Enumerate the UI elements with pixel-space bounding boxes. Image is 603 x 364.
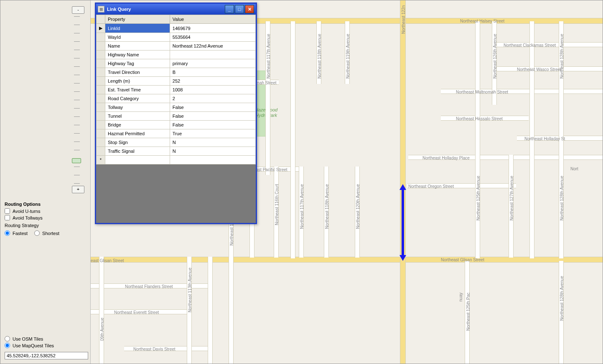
grid-new-row[interactable]: * [97,156,256,164]
fastest-radio[interactable] [5,230,10,236]
cell-value[interactable]: primary [170,59,255,68]
strategy-label: Routing Strategy [5,223,86,228]
cell-value[interactable]: Northeast 122nd Avenue [170,42,255,51]
zoom-handle[interactable] [72,158,81,163]
cell-property[interactable]: LinkId [105,24,170,33]
cell-property[interactable]: Highway Tag [105,59,170,68]
row-indicator [97,103,105,112]
avoid-tollways-option[interactable]: Avoid Tollways [5,215,86,220]
grid-row[interactable]: NameNortheast 122nd Avenue [97,42,256,51]
street-label: Northeast 118th Avenue [325,184,329,229]
street-label: Northeast 128th Avenue [560,276,564,321]
coordinates-input[interactable] [5,352,88,359]
grid-row[interactable]: TunnelFalse [97,112,256,121]
grid-row[interactable]: BridgeFalse [97,121,256,129]
cell-value[interactable]: True [170,129,255,138]
column-value[interactable]: Value [170,15,255,24]
zoom-in-button[interactable]: + [72,186,84,193]
grid-row[interactable]: Est. Travel Time1008 [97,86,256,94]
cell-property[interactable]: Tollway [105,103,170,112]
street-label: Northeast Everett Street [114,310,159,315]
cell-value[interactable]: 1469679 [170,24,255,33]
road [475,21,480,258]
routing-title: Routing Options [5,202,86,207]
maximize-button[interactable]: □ [235,5,244,13]
cell-property[interactable]: Highway Name [105,51,170,59]
grid-row[interactable]: Traffic SignalN [97,147,256,156]
column-property[interactable]: Property [105,15,170,24]
grid-row[interactable]: WayId5535664 [97,33,256,42]
shortest-option[interactable]: Shortest [34,230,59,236]
dialog-titlebar[interactable]: ▦ Link Query _ □ ✕ [96,4,256,15]
cell-value[interactable]: N [170,147,255,156]
grid-row[interactable]: Highway Tagprimary [97,59,256,68]
avoid-tollways-checkbox[interactable] [5,215,10,220]
grid-row[interactable]: ▶LinkId1469679 [97,24,256,33]
street-label: Northeast Glisan Street [441,258,484,262]
dialog-title: Link Query [107,7,131,12]
grid-row[interactable]: Travel DirectionB [97,68,256,77]
arrow-down-icon [399,255,406,261]
row-indicator [97,59,105,68]
cell-value[interactable] [170,156,255,164]
grid-row[interactable]: Road Category2 [97,94,256,103]
cell-property[interactable]: Road Category [105,94,170,103]
fastest-option[interactable]: Fastest [5,230,28,236]
cell-property[interactable]: Traffic Signal [105,147,170,156]
row-indicator [97,42,105,51]
cell-property[interactable]: Tunnel [105,112,170,121]
cell-value[interactable]: 5535664 [170,33,255,42]
cell-property[interactable]: Travel Direction [105,68,170,77]
cell-value[interactable]: 252 [170,77,255,86]
grid-row[interactable]: Highway Name [97,51,256,59]
cell-value[interactable]: 2 [170,94,255,103]
cell-value[interactable]: False [170,121,255,129]
grid-corner [97,15,105,24]
row-indicator [97,138,105,147]
use-osm-radio[interactable] [5,336,10,341]
cell-property[interactable]: Bridge [105,121,170,129]
shortest-radio[interactable] [34,230,40,236]
street-label: Northeast 118th Avenue [317,34,322,78]
cell-value[interactable]: False [170,103,255,112]
avoid-tollways-label: Avoid Tollways [13,215,43,220]
row-indicator: ▶ [97,24,105,33]
link-query-dialog[interactable]: ▦ Link Query _ □ ✕ Property Value ▶LinkI… [95,3,257,224]
grid-row[interactable]: Length (m)252 [97,77,256,86]
close-button[interactable]: ✕ [245,5,254,13]
cell-property[interactable]: Length (m) [105,77,170,86]
street-label: Northeast 117th Avenue [300,184,304,229]
cell-value[interactable] [170,51,255,59]
cell-property[interactable]: Hazmat Permitted [105,129,170,138]
grid-row[interactable]: Hazmat PermittedTrue [97,129,256,138]
cell-value[interactable]: N [170,138,255,147]
zoom-out-button[interactable]: - [72,6,84,14]
zoom-panel: - + [3,3,88,197]
cell-value[interactable]: False [170,112,255,121]
cell-property[interactable]: Name [105,42,170,51]
cell-property[interactable]: Stop Sign [105,138,170,147]
avoid-uturns-option[interactable]: Avoid U-turns [5,208,86,214]
avoid-uturns-checkbox[interactable] [5,208,10,214]
street-label: Northeast 119th Avenue [346,34,350,78]
fastest-label: Fastest [13,231,28,236]
row-indicator [97,77,105,86]
zoom-slider[interactable] [75,16,79,183]
cell-property[interactable]: Est. Travel Time [105,86,170,94]
grid-row[interactable]: Stop SignN [97,138,256,147]
street-label: Northeast 127th Avenue [509,176,514,220]
minimize-button[interactable]: _ [225,5,234,13]
street-label: Northeast 113th Avenue [188,268,192,312]
use-osm-option[interactable]: Use OSM Tiles [5,336,86,341]
use-mapquest-option[interactable]: Use MapQuest Tiles [5,343,86,348]
road [290,21,295,258]
cell-property[interactable] [105,156,170,164]
cell-property[interactable]: WayId [105,33,170,42]
property-grid[interactable]: Property Value ▶LinkId1469679WayId553566… [96,15,256,164]
cell-value[interactable]: B [170,68,255,77]
grid-empty-area [96,164,256,223]
cell-value[interactable]: 1008 [170,86,255,94]
use-mapquest-radio[interactable] [5,343,10,348]
row-indicator [97,51,105,59]
grid-row[interactable]: TollwayFalse [97,103,256,112]
